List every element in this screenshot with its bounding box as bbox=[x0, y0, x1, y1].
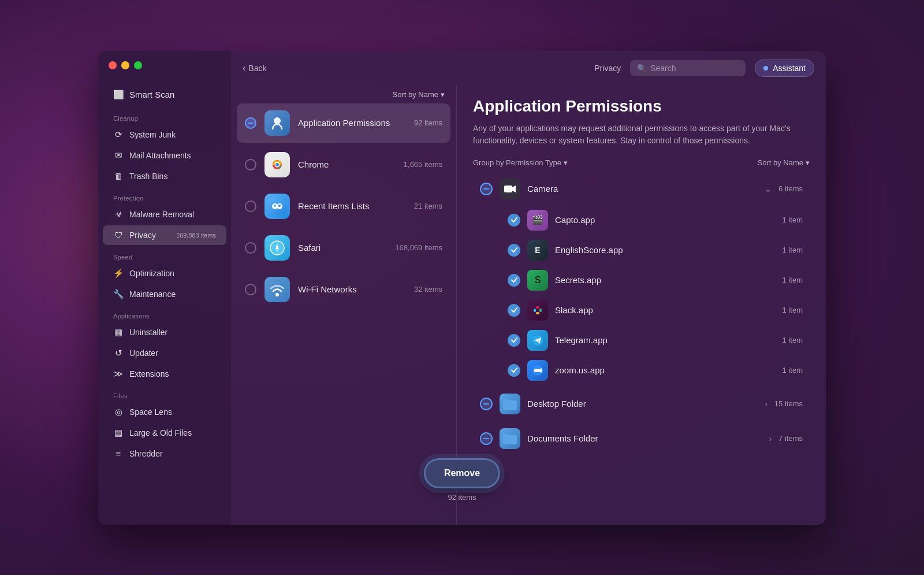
section-label-speed: Speed bbox=[98, 246, 231, 263]
safari-count: 168,069 items bbox=[395, 243, 442, 252]
svg-point-0 bbox=[274, 117, 281, 124]
group-by-chevron-icon: ▾ bbox=[564, 158, 568, 167]
sidebar-item-maintenance[interactable]: 🔧 Maintenance bbox=[103, 284, 226, 304]
sidebar-item-malware-removal[interactable]: ☣ Malware Removal bbox=[103, 205, 226, 224]
safari-name: Safari bbox=[298, 243, 387, 253]
group-by-button[interactable]: Group by Permission Type ▾ bbox=[473, 158, 568, 167]
documents-folder-name: Documents Folder bbox=[527, 433, 762, 443]
sort-chevron-icon: ▾ bbox=[441, 90, 445, 99]
sort-bar: Sort by Name ▾ bbox=[237, 86, 450, 103]
sidebar-item-mail-attachments[interactable]: ✉ Mail Attachments bbox=[103, 146, 226, 165]
list-item-recent-items[interactable]: Recent Items Lists 21 items bbox=[237, 187, 450, 226]
fullscreen-button[interactable] bbox=[134, 61, 142, 69]
smart-scan-label: Smart Scan bbox=[129, 90, 174, 99]
perm-item-english-score[interactable]: E EnglishScore.app 1 item bbox=[501, 235, 810, 265]
search-box[interactable]: 🔍 bbox=[630, 60, 746, 76]
sidebar-item-shredder[interactable]: ≡ Shredder bbox=[103, 444, 226, 463]
section-label-cleanup: Cleanup bbox=[98, 107, 231, 124]
secrets-count: 1 item bbox=[783, 276, 803, 284]
list-item-safari[interactable]: Safari 168,069 items bbox=[237, 228, 450, 268]
recent-items-radio[interactable] bbox=[245, 201, 256, 212]
detail-description: Any of your applications may request add… bbox=[473, 123, 810, 147]
sidebar-item-smart-scan[interactable]: ⬜ Smart Scan bbox=[103, 84, 226, 106]
section-label-files: Files bbox=[98, 384, 231, 402]
list-item-chrome[interactable]: Chrome 1,665 items bbox=[237, 145, 450, 184]
detail-title: Application Permissions bbox=[473, 97, 810, 116]
recent-items-count: 21 items bbox=[414, 202, 442, 210]
sidebar-item-label: Maintenance bbox=[129, 290, 176, 299]
app-permissions-radio[interactable] bbox=[245, 117, 256, 129]
documents-folder-group-header[interactable]: Documents Folder › 7 items bbox=[473, 422, 810, 455]
secrets-name: Secrets.app bbox=[555, 275, 776, 285]
sidebar-item-space-lens[interactable]: ◎ Space Lens bbox=[103, 402, 226, 422]
sort-label: Sort by Name bbox=[393, 90, 438, 99]
camera-sub-items: 🎬 Capto.app 1 item E bbox=[473, 205, 810, 385]
assistant-button[interactable]: Assistant bbox=[755, 60, 814, 77]
optimization-icon: ⚡ bbox=[113, 268, 124, 279]
sidebar: ⬜ Smart Scan Cleanup ⟳ System Junk ✉ Mai… bbox=[98, 51, 231, 525]
sidebar-item-privacy[interactable]: 🛡 Privacy 169,883 items bbox=[103, 225, 226, 245]
sidebar-item-extensions[interactable]: ≫ Extensions bbox=[103, 364, 226, 384]
perm-item-zoom[interactable]: zoom.us.app 1 item bbox=[501, 355, 810, 385]
wifi-radio[interactable] bbox=[245, 284, 256, 295]
back-label: Back bbox=[248, 64, 266, 73]
telegram-count: 1 item bbox=[783, 336, 803, 344]
safari-radio[interactable] bbox=[245, 242, 256, 254]
camera-group-header[interactable]: Camera ⌄ 6 items bbox=[473, 173, 810, 205]
documents-folder-minus-icon bbox=[480, 432, 493, 445]
camera-group-name: Camera bbox=[527, 184, 758, 194]
list-item-wifi[interactable]: Wi-Fi Networks 32 items bbox=[237, 270, 450, 309]
camera-chevron-icon: ⌄ bbox=[765, 184, 772, 194]
chrome-count: 1,665 items bbox=[404, 160, 442, 169]
english-score-check-icon bbox=[508, 244, 520, 257]
sidebar-item-large-old-files[interactable]: ▤ Large & Old Files bbox=[103, 423, 226, 443]
app-permissions-name: Application Permissions bbox=[298, 118, 406, 128]
svg-point-13 bbox=[275, 293, 279, 296]
camera-count: 6 items bbox=[778, 184, 803, 193]
close-button[interactable] bbox=[109, 61, 117, 69]
sidebar-item-uninstaller[interactable]: ▦ Uninstaller bbox=[103, 322, 226, 342]
perm-item-telegram[interactable]: Telegram.app 1 item bbox=[501, 325, 810, 355]
back-button[interactable]: ‹ Back bbox=[243, 63, 266, 73]
perm-group-desktop-folder: Desktop Folder › 15 items bbox=[473, 388, 810, 420]
slack-check-icon bbox=[508, 304, 520, 317]
app-permissions-count: 92 items bbox=[414, 118, 442, 127]
content-area: Sort by Name ▾ bbox=[231, 86, 826, 525]
perm-item-capto[interactable]: 🎬 Capto.app 1 item bbox=[501, 205, 810, 235]
sidebar-item-label: Uninstaller bbox=[129, 328, 167, 337]
extensions-icon: ≫ bbox=[113, 369, 124, 379]
list-panel: Sort by Name ▾ bbox=[231, 86, 456, 525]
sidebar-item-label: System Junk bbox=[129, 130, 176, 139]
slack-name: Slack.app bbox=[555, 305, 776, 315]
desktop-folder-group-header[interactable]: Desktop Folder › 15 items bbox=[473, 388, 810, 420]
privacy-icon: 🛡 bbox=[113, 230, 124, 240]
sort-by-name-button[interactable]: Sort by Name ▾ bbox=[393, 90, 445, 99]
slack-app-icon bbox=[527, 300, 548, 321]
remove-button[interactable]: Remove bbox=[424, 458, 500, 488]
perm-group-documents-folder: Documents Folder › 7 items bbox=[473, 422, 810, 455]
section-label-protection: Protection bbox=[98, 187, 231, 204]
sidebar-item-system-junk[interactable]: ⟳ System Junk bbox=[103, 125, 226, 144]
safari-icon-bg bbox=[264, 235, 290, 261]
sidebar-item-updater[interactable]: ↺ Updater bbox=[103, 343, 226, 363]
search-input[interactable] bbox=[650, 64, 739, 73]
list-item-app-permissions[interactable]: Application Permissions 92 items bbox=[237, 103, 450, 143]
safari-info: Safari bbox=[298, 243, 387, 253]
smart-scan-icon: ⬜ bbox=[113, 90, 124, 100]
capto-app-icon: 🎬 bbox=[527, 210, 548, 231]
sidebar-item-optimization[interactable]: ⚡ Optimization bbox=[103, 264, 226, 283]
capto-count: 1 item bbox=[783, 216, 803, 224]
sidebar-item-trash-bins[interactable]: 🗑 Trash Bins bbox=[103, 166, 226, 186]
search-icon: 🔍 bbox=[637, 64, 647, 73]
secrets-check-icon bbox=[508, 274, 520, 287]
perm-item-secrets[interactable]: S Secrets.app 1 item bbox=[501, 265, 810, 295]
sidebar-item-label: Shredder bbox=[129, 449, 163, 458]
svg-point-3 bbox=[275, 163, 279, 166]
detail-sort-by-button[interactable]: Sort by Name ▾ bbox=[758, 158, 810, 167]
app-permissions-icon bbox=[264, 110, 290, 136]
perm-item-slack[interactable]: Slack.app 1 item bbox=[501, 295, 810, 325]
minimize-button[interactable] bbox=[121, 61, 129, 69]
sidebar-item-label: Trash Bins bbox=[129, 172, 167, 181]
back-chevron-icon: ‹ bbox=[243, 63, 245, 73]
chrome-radio[interactable] bbox=[245, 159, 256, 170]
